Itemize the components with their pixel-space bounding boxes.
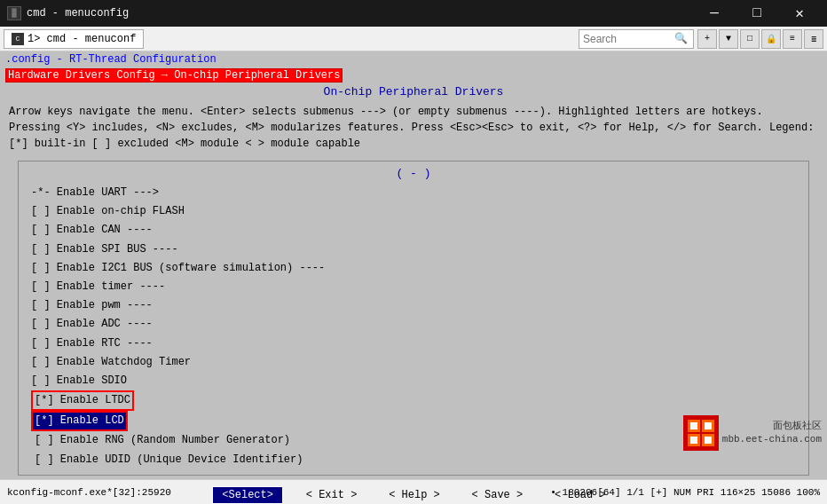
menu-box-title: ( - ) [28, 167, 799, 180]
help-button[interactable]: < Help > [380, 487, 449, 503]
bottom-buttons: <Select> < Exit > < Help > < Save > < Lo… [0, 481, 827, 504]
toolbar-btn-monitor[interactable]: □ [740, 29, 760, 49]
menu-item[interactable]: [ ] Enable ADC ---- [28, 315, 799, 334]
search-box[interactable]: 🔍 [579, 29, 694, 49]
config-title: .config - RT-Thread Configuration [0, 51, 827, 67]
content-subtitle: On-chip Peripheral Drivers [0, 85, 827, 98]
menu-item[interactable]: [ ] Enable timer ---- [28, 278, 799, 296]
close-button[interactable]: ✕ [779, 0, 820, 27]
maximize-button[interactable]: □ [736, 0, 777, 27]
toolbar-btn-add[interactable]: + [697, 29, 717, 49]
select-button[interactable]: <Select> [212, 486, 283, 504]
menu-item[interactable]: [ ] Enable RTC ---- [28, 335, 799, 353]
load-button[interactable]: < Load > [546, 487, 615, 503]
watermark-line1: 面包板社区 [722, 420, 822, 433]
menu-item[interactable]: [ ] Enable on-chip FLASH [28, 202, 799, 221]
breadcrumb: Hardware Drivers Config → On-chip Periph… [0, 67, 827, 83]
title-bar: ▓ cmd - menuconfig — □ ✕ [0, 0, 827, 27]
toolbar-btn-dropdown[interactable]: ▼ [719, 29, 738, 49]
watermark-text: 面包板社区 mbb.eet-china.com [722, 420, 822, 447]
toolbar-btn-lock[interactable]: 🔒 [761, 29, 781, 49]
help-text: Arrow keys navigate the menu. <Enter> se… [0, 100, 827, 155]
menu-item[interactable]: [ ] Enable SPI BUS ---- [28, 240, 799, 259]
exit-button[interactable]: < Exit > [297, 487, 366, 503]
tab-icon: C [12, 33, 24, 45]
svg-rect-5 [690, 422, 697, 429]
svg-rect-7 [690, 437, 697, 444]
menu-item-ltdc[interactable]: [*] Enable LTDC [31, 390, 134, 411]
tab-cmd[interactable]: C 1> cmd - menuconf [4, 29, 144, 49]
svg-rect-8 [705, 437, 712, 444]
svg-rect-6 [705, 422, 712, 429]
menu-item[interactable]: [ ] Enable Watchdog Timer [28, 353, 799, 372]
terminal-area: .config - RT-Thread Configuration Hardwa… [0, 51, 827, 479]
tab-label: 1> cmd - menuconf [28, 33, 136, 45]
search-icon[interactable]: 🔍 [672, 29, 689, 49]
menu-item[interactable]: [ ] Enable CAN ---- [28, 221, 799, 240]
window-controls: — □ ✕ [694, 0, 820, 27]
watermark-logo [683, 415, 719, 451]
menu-item-lcd[interactable]: [*] Enable LCD [31, 411, 128, 431]
menu-item[interactable]: [ ] Enable UDID (Unique Device Identifie… [31, 451, 799, 469]
menu-bar: C 1> cmd - menuconf 🔍 + ▼ □ 🔒 ≡ ≣ [0, 27, 827, 51]
toolbar-btn-scroll[interactable]: ≣ [804, 29, 823, 49]
menu-item[interactable]: [ ] Enable SDIO [28, 372, 799, 390]
search-input[interactable] [583, 33, 672, 45]
minimize-button[interactable]: — [694, 0, 735, 27]
menu-item[interactable]: [ ] Enable I2C1 BUS (software simulation… [28, 259, 799, 278]
save-button[interactable]: < Save > [463, 487, 532, 503]
breadcrumb-text: Hardware Drivers Config → On-chip Periph… [5, 68, 343, 83]
watermark-line2: mbb.eet-china.com [722, 433, 822, 446]
watermark: 面包板社区 mbb.eet-china.com [683, 415, 822, 451]
toolbar-btn-cols[interactable]: ≡ [783, 29, 802, 49]
menu-item[interactable]: [ ] Enable pwm ---- [28, 296, 799, 315]
menu-item[interactable]: -*- Enable UART ---> [28, 184, 799, 202]
window-title: cmd - menuconfig [27, 7, 129, 20]
app-icon: ▓ [7, 6, 21, 20]
